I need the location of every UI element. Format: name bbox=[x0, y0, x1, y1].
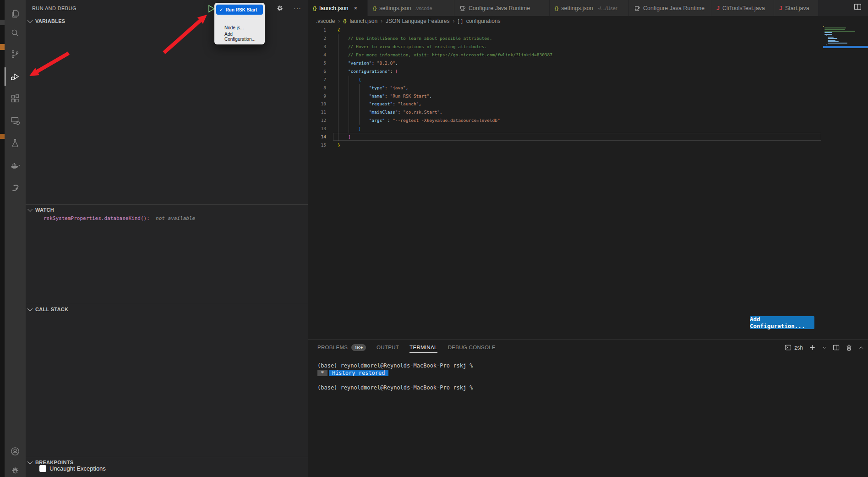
add-configuration-button[interactable]: Add Configuration... bbox=[750, 316, 814, 329]
minimap-line bbox=[824, 32, 832, 33]
terminal-dropdown-chevron-icon[interactable] bbox=[822, 345, 827, 350]
code-line-11[interactable]: 11 "mainClass": "co.rsk.Start", bbox=[308, 108, 868, 116]
chevron-down-icon bbox=[27, 18, 33, 23]
uncaught-exceptions-checkbox[interactable] bbox=[39, 465, 46, 472]
tab-label: CliToolsTest.java bbox=[722, 5, 765, 11]
tab-clitoolstest-java[interactable]: JCliToolsTest.java bbox=[711, 0, 774, 16]
banner-text: History restored bbox=[329, 370, 388, 376]
tab-settings-json[interactable]: {}settings.json~/.../User bbox=[550, 0, 629, 16]
code-line-3[interactable]: 3 // Hover to view descriptions of exist… bbox=[308, 43, 868, 51]
code-line-10[interactable]: 10 "request": "launch", bbox=[308, 100, 868, 108]
breadcrumb: .vscode›{}launch.json›JSON Language Feat… bbox=[308, 16, 868, 26]
line-content: "args" : "--regtest -Xkeyvalue.datasourc… bbox=[338, 118, 500, 123]
line-number: 11 bbox=[308, 110, 326, 115]
section-watch[interactable]: WATCH bbox=[26, 204, 308, 215]
section-variables[interactable]: VARIABLES bbox=[26, 16, 308, 26]
line-content: "configurations": [ bbox=[338, 69, 398, 74]
minimap-line bbox=[824, 31, 855, 32]
minimap[interactable] bbox=[823, 26, 866, 86]
line-content: } bbox=[338, 126, 361, 131]
testing-icon[interactable] bbox=[5, 133, 26, 153]
line-content: "mainClass": "co.rsk.Start", bbox=[338, 110, 442, 115]
settings-gear-icon[interactable] bbox=[5, 461, 26, 477]
search-icon[interactable] bbox=[5, 23, 26, 43]
code-line-5[interactable]: 5 "version": "0.2.0", bbox=[308, 59, 868, 67]
minimap-line bbox=[828, 43, 847, 44]
extensions-icon[interactable] bbox=[5, 88, 26, 109]
breadcrumb-item[interactable]: JSON Language Features bbox=[386, 18, 449, 24]
line-number: 8 bbox=[308, 85, 326, 90]
menu-selected-label: Run RSK Start bbox=[225, 7, 257, 12]
activity-bar bbox=[5, 0, 26, 477]
terminal-prompt-line: (base) reynoldmorel@Reynolds-MacBook-Pro… bbox=[317, 384, 859, 391]
tab-start-java[interactable]: JStart.java bbox=[774, 0, 819, 16]
minimap-line bbox=[828, 40, 835, 41]
more-actions-icon[interactable]: ··· bbox=[294, 6, 301, 11]
code-line-13[interactable]: 13 } bbox=[308, 125, 868, 133]
watch-expression-row[interactable]: rskSystemProperties.databaseKind(): not … bbox=[44, 215, 195, 221]
panel-tab-label: PROBLEMS bbox=[317, 345, 348, 350]
tab-label: settings.json bbox=[379, 5, 411, 11]
code-line-8[interactable]: 8 "type": "java", bbox=[308, 83, 868, 92]
panel-tab-terminal[interactable]: TERMINAL bbox=[409, 343, 437, 353]
new-terminal-icon[interactable] bbox=[809, 344, 816, 351]
code-line-4[interactable]: 4 // For more information, visit: https:… bbox=[308, 51, 868, 59]
code-line-1[interactable]: 1{ bbox=[308, 26, 868, 34]
line-number: 13 bbox=[308, 126, 326, 131]
breadcrumb-item[interactable]: configurations bbox=[466, 18, 501, 24]
shell-selector[interactable]: zsh bbox=[785, 344, 803, 351]
panel-tab-debug-console[interactable]: DEBUG CONSOLE bbox=[448, 343, 496, 352]
chevron-down-icon bbox=[27, 207, 33, 212]
minimap-line bbox=[826, 44, 827, 45]
line-content: "request": "launch", bbox=[338, 101, 421, 106]
terminal-prompt-line: (base) reynoldmorel@Reynolds-MacBook-Pro… bbox=[317, 362, 859, 369]
docker-icon[interactable] bbox=[5, 155, 26, 175]
remote-explorer-icon[interactable] bbox=[5, 110, 26, 131]
terminal-output[interactable]: (base) reynoldmorel@Reynolds-MacBook-Pro… bbox=[317, 362, 859, 391]
explorer-icon[interactable] bbox=[5, 4, 26, 24]
panel-actions: zsh bbox=[785, 340, 864, 356]
source-control-icon[interactable] bbox=[5, 44, 26, 64]
problems-count-badge: 1K+ bbox=[351, 344, 366, 351]
close-tab-icon[interactable]: × bbox=[354, 5, 357, 11]
breadcrumb-item[interactable]: .vscode bbox=[316, 18, 335, 24]
panel-tab-output[interactable]: OUTPUT bbox=[377, 343, 399, 352]
json-icon: {} bbox=[373, 5, 377, 11]
code-line-9[interactable]: 9 "name": "Run RSK Start", bbox=[308, 92, 868, 100]
section-call-stack[interactable]: CALL STACK bbox=[26, 304, 308, 314]
section-title: CALL STACK bbox=[35, 307, 68, 312]
shell-label: zsh bbox=[794, 345, 803, 351]
tab-label: launch.json bbox=[319, 5, 348, 11]
tab-launch-json[interactable]: {}launch.json× bbox=[308, 0, 368, 16]
code-line-7[interactable]: 7 { bbox=[308, 75, 868, 83]
code-line-15[interactable]: 15} bbox=[308, 141, 868, 149]
maximize-panel-chevron-icon[interactable] bbox=[858, 345, 864, 351]
minimap-line bbox=[824, 29, 845, 30]
minimap-current-line-marker bbox=[823, 46, 868, 48]
debug-settings-gear-icon[interactable] bbox=[276, 5, 284, 12]
code-editor[interactable]: 1{2 // Use IntelliSense to learn about p… bbox=[308, 26, 868, 339]
vscode-window: RUN AND DEBUG ··· VARIABLES WATCH rskSys… bbox=[0, 0, 868, 477]
gradle-icon[interactable] bbox=[5, 178, 26, 198]
run-and-debug-icon[interactable] bbox=[5, 66, 26, 87]
minimap-line bbox=[824, 27, 846, 28]
split-editor-icon[interactable] bbox=[854, 3, 862, 13]
line-number: 5 bbox=[308, 60, 326, 66]
code-line-12[interactable]: 12 "args" : "--regtest -Xkeyvalue.dataso… bbox=[308, 116, 868, 125]
accounts-icon[interactable] bbox=[5, 441, 26, 461]
kill-terminal-trash-icon[interactable] bbox=[846, 344, 852, 351]
menu-item-add-configuration[interactable]: Add Configuration... bbox=[224, 33, 263, 40]
split-terminal-icon[interactable] bbox=[833, 344, 840, 351]
menu-item-run-rsk-start[interactable]: ✓ Run RSK Start bbox=[216, 5, 263, 15]
panel-tab-problems[interactable]: PROBLEMS1K+ bbox=[317, 342, 366, 353]
tab-configure-java-runtime[interactable]: Configure Java Runtime bbox=[454, 0, 550, 16]
terminal-icon bbox=[785, 344, 792, 351]
tab-configure-java-runtime[interactable]: Configure Java Runtime bbox=[629, 0, 711, 16]
code-line-14[interactable]: 14 ] bbox=[308, 133, 868, 141]
code-line-2[interactable]: 2 // Use IntelliSense to learn about pos… bbox=[308, 34, 868, 43]
tab-settings-json[interactable]: {}settings.json.vscode bbox=[368, 0, 454, 16]
breadcrumb-item[interactable]: launch.json bbox=[349, 18, 377, 24]
line-number: 2 bbox=[308, 36, 326, 41]
code-line-6[interactable]: 6 "configurations": [ bbox=[308, 67, 868, 75]
menu-item-nodejs[interactable]: Node.js... bbox=[224, 24, 263, 31]
